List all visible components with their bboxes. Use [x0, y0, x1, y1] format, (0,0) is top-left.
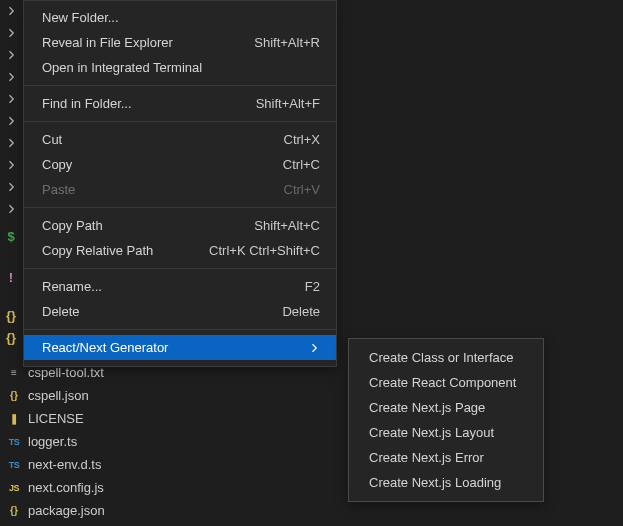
- menu-item-label: Rename...: [42, 279, 102, 294]
- file-row-license[interactable]: ❚LICENSE: [6, 408, 105, 429]
- menu-item-label: New Folder...: [42, 10, 119, 25]
- submenu-item-label: Create Class or Interface: [369, 350, 514, 365]
- menu-item-label: React/Next Generator: [42, 340, 168, 355]
- next-config-file-icon: JS: [6, 480, 22, 496]
- excl-icon: !: [0, 250, 22, 304]
- menu-item-cut[interactable]: CutCtrl+X: [24, 127, 336, 152]
- menu-item-label: Open in Integrated Terminal: [42, 60, 202, 75]
- submenu-item-create-next-page[interactable]: Create Next.js Page: [349, 395, 543, 420]
- file-label: LICENSE: [28, 411, 84, 426]
- file-row-logger[interactable]: TSlogger.ts: [6, 431, 105, 452]
- package-json-file-icon: {}: [6, 503, 22, 519]
- folder-chevron-icon[interactable]: [0, 110, 22, 132]
- file-label: package.json: [28, 503, 105, 518]
- menu-item-label: Copy Path: [42, 218, 103, 233]
- menu-item-reveal-explorer[interactable]: Reveal in File ExplorerShift+Alt+R: [24, 30, 336, 55]
- menu-item-shortcut: F2: [305, 279, 320, 294]
- menu-item-find-in-folder[interactable]: Find in Folder...Shift+Alt+F: [24, 91, 336, 116]
- menu-item-label: Copy Relative Path: [42, 243, 153, 258]
- cspell-json-file-icon: {}: [6, 388, 22, 404]
- file-label: logger.ts: [28, 434, 77, 449]
- menu-item-shortcut: Ctrl+V: [284, 182, 320, 197]
- file-label: next.config.js: [28, 480, 104, 495]
- context-menu[interactable]: New Folder...Reveal in File ExplorerShif…: [23, 0, 337, 367]
- menu-item-shortcut: Shift+Alt+C: [254, 218, 320, 233]
- menu-item-react-next[interactable]: React/Next Generator: [24, 335, 336, 360]
- menu-separator: [24, 85, 336, 86]
- folder-chevron-icon[interactable]: [0, 88, 22, 110]
- file-row-next-config[interactable]: JSnext.config.js: [6, 477, 105, 498]
- menu-item-copy-path[interactable]: Copy PathShift+Alt+C: [24, 213, 336, 238]
- menu-item-shortcut: Ctrl+C: [283, 157, 320, 172]
- submenu-item-create-react-component[interactable]: Create React Component: [349, 370, 543, 395]
- menu-separator: [24, 207, 336, 208]
- file-row-cspell-json[interactable]: {}cspell.json: [6, 385, 105, 406]
- menu-separator: [24, 329, 336, 330]
- menu-item-copy-rel-path[interactable]: Copy Relative PathCtrl+K Ctrl+Shift+C: [24, 238, 336, 263]
- submenu-item-label: Create React Component: [369, 375, 516, 390]
- submenu-item-create-next-loading[interactable]: Create Next.js Loading: [349, 470, 543, 495]
- folder-chevron-icon[interactable]: [0, 0, 22, 22]
- dollar-icon: $: [0, 222, 22, 250]
- submenu-item-label: Create Next.js Loading: [369, 475, 501, 490]
- menu-item-label: Paste: [42, 182, 75, 197]
- menu-item-rename[interactable]: Rename...F2: [24, 274, 336, 299]
- menu-item-label: Reveal in File Explorer: [42, 35, 173, 50]
- folder-chevron-icon[interactable]: [0, 66, 22, 88]
- submenu-item-label: Create Next.js Error: [369, 450, 484, 465]
- logger-file-icon: TS: [6, 434, 22, 450]
- menu-item-shortcut: Ctrl+X: [284, 132, 320, 147]
- folder-chevron-icon[interactable]: [0, 198, 22, 220]
- menu-item-shortcut: Shift+Alt+F: [256, 96, 320, 111]
- file-label: next-env.d.ts: [28, 457, 101, 472]
- menu-item-delete[interactable]: DeleteDelete: [24, 299, 336, 324]
- next-env-file-icon: TS: [6, 457, 22, 473]
- brace1-icon: {}: [0, 304, 22, 326]
- submenu-item-create-next-error[interactable]: Create Next.js Error: [349, 445, 543, 470]
- folder-chevron-icon[interactable]: [0, 132, 22, 154]
- menu-item-shortcut: Delete: [282, 304, 320, 319]
- menu-separator: [24, 121, 336, 122]
- menu-item-paste: PasteCtrl+V: [24, 177, 336, 202]
- explorer-side-icons: $!{}{}: [0, 222, 22, 348]
- menu-item-label: Cut: [42, 132, 62, 147]
- submenu-item-create-class[interactable]: Create Class or Interface: [349, 345, 543, 370]
- menu-item-label: Copy: [42, 157, 72, 172]
- explorer-file-list: ≡cspell-tool.txt{}cspell.json❚LICENSETSl…: [6, 362, 105, 521]
- explorer-gutter: [0, 0, 22, 220]
- chevron-right-icon: [308, 342, 320, 354]
- file-row-package-json[interactable]: {}package.json: [6, 500, 105, 521]
- menu-item-open-terminal[interactable]: Open in Integrated Terminal: [24, 55, 336, 80]
- submenu-item-label: Create Next.js Layout: [369, 425, 494, 440]
- context-submenu[interactable]: Create Class or InterfaceCreate React Co…: [348, 338, 544, 502]
- brace2-icon: {}: [0, 326, 22, 348]
- menu-item-label: Delete: [42, 304, 80, 319]
- menu-separator: [24, 268, 336, 269]
- folder-chevron-icon[interactable]: [0, 154, 22, 176]
- menu-item-new-folder[interactable]: New Folder...: [24, 5, 336, 30]
- menu-item-shortcut: Shift+Alt+R: [254, 35, 320, 50]
- license-file-icon: ❚: [6, 411, 22, 427]
- menu-item-copy[interactable]: CopyCtrl+C: [24, 152, 336, 177]
- menu-item-label: Find in Folder...: [42, 96, 132, 111]
- submenu-item-create-next-layout[interactable]: Create Next.js Layout: [349, 420, 543, 445]
- menu-item-shortcut: Ctrl+K Ctrl+Shift+C: [209, 243, 320, 258]
- file-label: cspell-tool.txt: [28, 365, 104, 380]
- folder-chevron-icon[interactable]: [0, 176, 22, 198]
- folder-chevron-icon[interactable]: [0, 44, 22, 66]
- submenu-item-label: Create Next.js Page: [369, 400, 485, 415]
- file-label: cspell.json: [28, 388, 89, 403]
- file-row-next-env[interactable]: TSnext-env.d.ts: [6, 454, 105, 475]
- cspell-tool-file-icon: ≡: [6, 365, 22, 381]
- folder-chevron-icon[interactable]: [0, 22, 22, 44]
